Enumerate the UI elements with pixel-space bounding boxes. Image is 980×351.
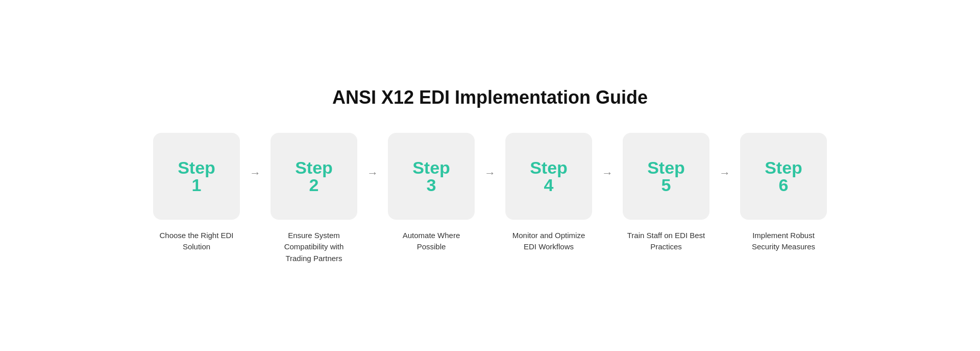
step-box-6: Step6 [740, 133, 827, 220]
step-box-5: Step5 [623, 133, 709, 220]
step-box-4: Step4 [505, 133, 592, 220]
step-number-2: 2 [309, 176, 319, 194]
step-wrapper-2: Step2Ensure System Compatibility with Tr… [263, 133, 365, 265]
step-box-2: Step2 [271, 133, 357, 220]
step-label-6: Step [765, 159, 802, 176]
arrow-2: → [365, 133, 380, 179]
step-description-1: Choose the Right EDI Solution [156, 230, 237, 253]
step-number-1: 1 [192, 176, 202, 194]
steps-container: Step1Choose the Right EDI Solution→Step2… [145, 133, 835, 265]
step-label-5: Step [647, 159, 685, 176]
step-number-4: 4 [544, 176, 554, 194]
arrow-1: → [248, 133, 263, 179]
arrow-5: → [717, 133, 732, 179]
step-wrapper-5: Step5Train Staff on EDI Best Practices [615, 133, 717, 253]
arrow-icon-5: → [719, 168, 730, 179]
step-description-5: Train Staff on EDI Best Practices [625, 230, 707, 253]
arrow-icon-1: → [250, 168, 261, 179]
step-number-3: 3 [427, 176, 436, 194]
arrow-icon-4: → [602, 168, 613, 179]
step-wrapper-4: Step4Monitor and Optimize EDI Workflows [498, 133, 600, 253]
step-description-2: Ensure System Compatibility with Trading… [273, 230, 355, 265]
step-wrapper-3: Step3Automate Where Possible [380, 133, 482, 253]
step-description-4: Monitor and Optimize EDI Workflows [508, 230, 590, 253]
step-wrapper-6: Step6Implement Robust Security Measures [732, 133, 835, 253]
step-label-1: Step [178, 159, 215, 176]
arrow-3: → [482, 133, 498, 179]
step-description-3: Automate Where Possible [390, 230, 472, 253]
step-label-4: Step [530, 159, 568, 176]
step-number-6: 6 [779, 176, 789, 194]
step-description-6: Implement Robust Security Measures [743, 230, 824, 253]
step-label-3: Step [412, 159, 450, 176]
step-box-1: Step1 [153, 133, 240, 220]
step-wrapper-1: Step1Choose the Right EDI Solution [145, 133, 248, 253]
arrow-4: → [600, 133, 615, 179]
step-number-5: 5 [662, 176, 671, 194]
page-title: ANSI X12 EDI Implementation Guide [332, 87, 648, 108]
arrow-icon-3: → [484, 168, 496, 179]
arrow-icon-2: → [367, 168, 378, 179]
step-box-3: Step3 [388, 133, 475, 220]
step-label-2: Step [295, 159, 333, 176]
